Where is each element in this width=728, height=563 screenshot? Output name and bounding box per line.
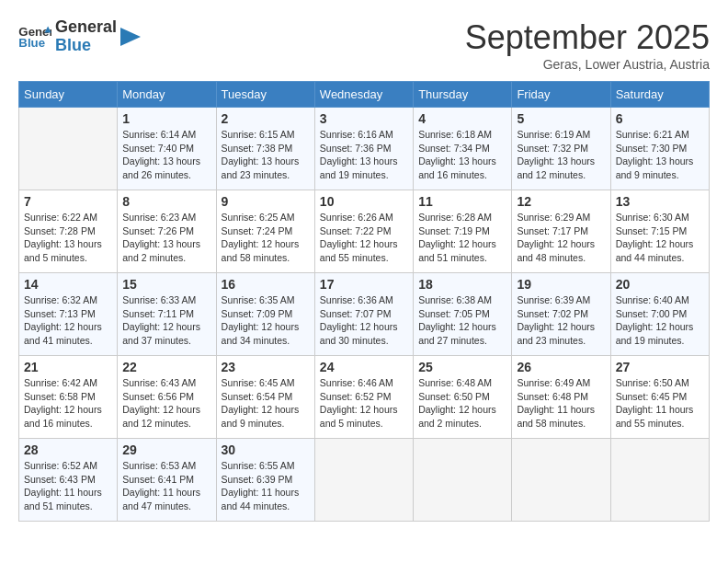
calendar-cell: 8Sunrise: 6:23 AMSunset: 7:26 PMDaylight… [118, 190, 216, 273]
calendar-cell: 23Sunrise: 6:45 AMSunset: 6:54 PMDayligh… [216, 356, 314, 439]
calendar-cell: 30Sunrise: 6:55 AMSunset: 6:39 PMDayligh… [216, 439, 314, 522]
calendar-cell: 27Sunrise: 6:50 AMSunset: 6:45 PMDayligh… [610, 356, 709, 439]
calendar-week-row: 21Sunrise: 6:42 AMSunset: 6:58 PMDayligh… [19, 356, 710, 439]
calendar-cell: 3Sunrise: 6:16 AMSunset: 7:36 PMDaylight… [314, 108, 413, 190]
day-number: 10 [320, 194, 408, 209]
day-info: Sunrise: 6:18 AMSunset: 7:34 PMDaylight:… [418, 128, 506, 182]
svg-marker-3 [120, 28, 141, 46]
header-wednesday: Wednesday [314, 82, 413, 108]
calendar-cell: 1Sunrise: 6:14 AMSunset: 7:40 PMDaylight… [118, 108, 216, 190]
day-info: Sunrise: 6:40 AMSunset: 7:00 PMDaylight:… [616, 293, 704, 348]
day-info: Sunrise: 6:43 AMSunset: 6:56 PMDaylight:… [122, 376, 210, 431]
day-number: 18 [418, 277, 506, 292]
location-subtitle: Geras, Lower Austria, Austria [465, 57, 710, 72]
calendar-cell: 19Sunrise: 6:39 AMSunset: 7:02 PMDayligh… [512, 273, 610, 356]
day-number: 7 [24, 194, 112, 209]
day-info: Sunrise: 6:16 AMSunset: 7:36 PMDaylight:… [320, 128, 408, 182]
day-number: 25 [418, 360, 506, 374]
day-number: 4 [418, 111, 506, 126]
day-number: 6 [616, 111, 704, 126]
day-number: 27 [616, 360, 704, 374]
calendar-cell: 28Sunrise: 6:52 AMSunset: 6:43 PMDayligh… [19, 439, 118, 522]
calendar-cell: 20Sunrise: 6:40 AMSunset: 7:00 PMDayligh… [610, 273, 709, 356]
day-number: 14 [24, 277, 112, 292]
day-number: 28 [24, 442, 112, 457]
logo-chevron-icon [120, 28, 141, 46]
day-info: Sunrise: 6:15 AMSunset: 7:38 PMDaylight:… [222, 128, 310, 182]
day-number: 26 [517, 360, 605, 374]
calendar-cell: 12Sunrise: 6:29 AMSunset: 7:17 PMDayligh… [512, 190, 610, 273]
calendar-cell: 13Sunrise: 6:30 AMSunset: 7:15 PMDayligh… [610, 190, 709, 273]
calendar-header-row: Sunday Monday Tuesday Wednesday Thursday… [19, 82, 710, 108]
day-info: Sunrise: 6:29 AMSunset: 7:17 PMDaylight:… [517, 211, 605, 265]
header-saturday: Saturday [610, 82, 709, 108]
day-info: Sunrise: 6:19 AMSunset: 7:32 PMDaylight:… [517, 128, 605, 182]
day-info: Sunrise: 6:50 AMSunset: 6:45 PMDaylight:… [616, 376, 704, 431]
day-number: 23 [222, 360, 310, 374]
day-info: Sunrise: 6:26 AMSunset: 7:22 PMDaylight:… [320, 211, 408, 265]
day-number: 30 [222, 442, 310, 457]
day-info: Sunrise: 6:35 AMSunset: 7:09 PMDaylight:… [222, 293, 310, 348]
day-number: 17 [320, 277, 408, 292]
calendar-cell: 7Sunrise: 6:22 AMSunset: 7:28 PMDaylight… [19, 190, 118, 273]
calendar-cell: 22Sunrise: 6:43 AMSunset: 6:56 PMDayligh… [118, 356, 216, 439]
calendar-cell: 26Sunrise: 6:49 AMSunset: 6:48 PMDayligh… [512, 356, 610, 439]
calendar-week-row: 7Sunrise: 6:22 AMSunset: 7:28 PMDaylight… [19, 190, 710, 273]
day-number: 2 [222, 111, 310, 126]
calendar-table: Sunday Monday Tuesday Wednesday Thursday… [18, 81, 710, 522]
day-info: Sunrise: 6:53 AMSunset: 6:41 PMDaylight:… [122, 459, 210, 513]
svg-text:Blue: Blue [18, 36, 45, 50]
day-info: Sunrise: 6:28 AMSunset: 7:19 PMDaylight:… [418, 211, 506, 265]
calendar-cell [512, 439, 610, 522]
day-number: 16 [222, 277, 310, 292]
day-info: Sunrise: 6:36 AMSunset: 7:07 PMDaylight:… [320, 293, 408, 348]
day-number: 24 [320, 360, 408, 374]
header-sunday: Sunday [19, 82, 118, 108]
calendar-cell: 17Sunrise: 6:36 AMSunset: 7:07 PMDayligh… [314, 273, 413, 356]
calendar-cell: 24Sunrise: 6:46 AMSunset: 6:52 PMDayligh… [314, 356, 413, 439]
day-info: Sunrise: 6:38 AMSunset: 7:05 PMDaylight:… [418, 293, 506, 348]
day-info: Sunrise: 6:33 AMSunset: 7:11 PMDaylight:… [122, 293, 210, 348]
day-info: Sunrise: 6:22 AMSunset: 7:28 PMDaylight:… [24, 211, 112, 265]
calendar-cell: 4Sunrise: 6:18 AMSunset: 7:34 PMDaylight… [414, 108, 512, 190]
day-info: Sunrise: 6:39 AMSunset: 7:02 PMDaylight:… [517, 293, 605, 348]
day-info: Sunrise: 6:52 AMSunset: 6:43 PMDaylight:… [24, 459, 112, 513]
day-info: Sunrise: 6:45 AMSunset: 6:54 PMDaylight:… [222, 376, 310, 431]
calendar-cell: 29Sunrise: 6:53 AMSunset: 6:41 PMDayligh… [118, 439, 216, 522]
day-number: 15 [122, 277, 210, 292]
month-title: September 2025 [465, 18, 710, 57]
day-number: 21 [24, 360, 112, 374]
calendar-cell [610, 439, 709, 522]
calendar-cell: 25Sunrise: 6:48 AMSunset: 6:50 PMDayligh… [414, 356, 512, 439]
calendar-week-row: 28Sunrise: 6:52 AMSunset: 6:43 PMDayligh… [19, 439, 710, 522]
day-number: 5 [517, 111, 605, 126]
calendar-cell: 9Sunrise: 6:25 AMSunset: 7:24 PMDaylight… [216, 190, 314, 273]
day-number: 22 [122, 360, 210, 374]
day-info: Sunrise: 6:21 AMSunset: 7:30 PMDaylight:… [616, 128, 704, 182]
day-info: Sunrise: 6:30 AMSunset: 7:15 PMDaylight:… [616, 211, 704, 265]
day-info: Sunrise: 6:23 AMSunset: 7:26 PMDaylight:… [122, 211, 210, 265]
day-info: Sunrise: 6:55 AMSunset: 6:39 PMDaylight:… [222, 459, 310, 513]
logo-icon: General Blue [18, 23, 51, 51]
day-info: Sunrise: 6:32 AMSunset: 7:13 PMDaylight:… [24, 293, 112, 348]
logo: General Blue General Blue [18, 18, 141, 55]
calendar-cell: 11Sunrise: 6:28 AMSunset: 7:19 PMDayligh… [414, 190, 512, 273]
day-info: Sunrise: 6:49 AMSunset: 6:48 PMDaylight:… [517, 376, 605, 431]
calendar-cell: 18Sunrise: 6:38 AMSunset: 7:05 PMDayligh… [414, 273, 512, 356]
calendar-cell [314, 439, 413, 522]
calendar-cell [414, 439, 512, 522]
day-info: Sunrise: 6:42 AMSunset: 6:58 PMDaylight:… [24, 376, 112, 431]
calendar-week-row: 14Sunrise: 6:32 AMSunset: 7:13 PMDayligh… [19, 273, 710, 356]
day-number: 12 [517, 194, 605, 209]
day-info: Sunrise: 6:14 AMSunset: 7:40 PMDaylight:… [122, 128, 210, 182]
day-number: 8 [122, 194, 210, 209]
calendar-cell: 5Sunrise: 6:19 AMSunset: 7:32 PMDaylight… [512, 108, 610, 190]
calendar-cell: 10Sunrise: 6:26 AMSunset: 7:22 PMDayligh… [314, 190, 413, 273]
logo-text-blue: Blue [55, 37, 117, 55]
title-block: September 2025 Geras, Lower Austria, Aus… [465, 18, 710, 72]
calendar-cell: 15Sunrise: 6:33 AMSunset: 7:11 PMDayligh… [118, 273, 216, 356]
calendar-cell: 14Sunrise: 6:32 AMSunset: 7:13 PMDayligh… [19, 273, 118, 356]
header-thursday: Thursday [414, 82, 512, 108]
calendar-cell: 16Sunrise: 6:35 AMSunset: 7:09 PMDayligh… [216, 273, 314, 356]
day-number: 3 [320, 111, 408, 126]
